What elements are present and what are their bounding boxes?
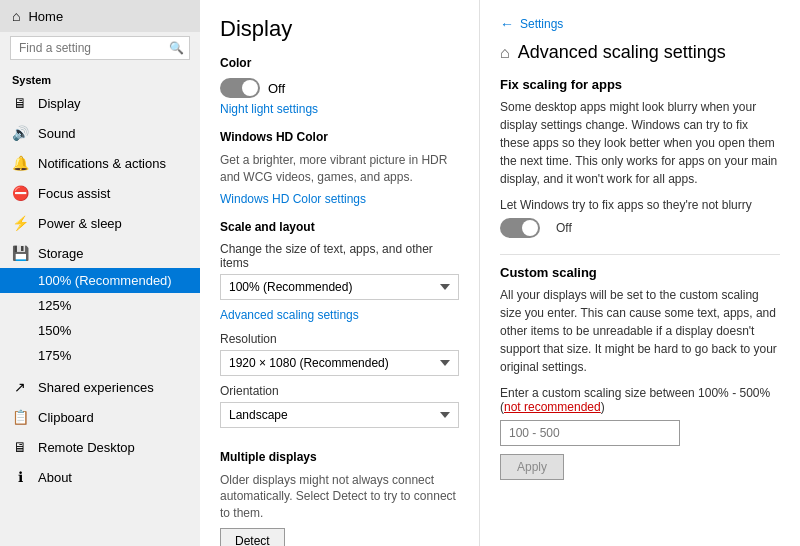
resolution-dropdown[interactable]: 1920 × 1080 (Recommended)	[220, 350, 459, 376]
night-light-state: Off	[268, 81, 285, 96]
sidebar-item-clipboard[interactable]: 📋 Clipboard	[0, 402, 200, 432]
sidebar-home-label: Home	[28, 9, 63, 24]
sidebar-item-display[interactable]: 🖥 Display	[0, 88, 200, 118]
back-label: Settings	[520, 17, 563, 31]
custom-scaling-title: Custom scaling	[500, 265, 780, 280]
shared-icon: ↗	[12, 379, 28, 395]
multiple-desc: Older displays might not always connect …	[220, 472, 459, 522]
sidebar-item-notifications[interactable]: 🔔 Notifications & actions	[0, 148, 200, 178]
system-label: System	[0, 68, 200, 88]
display-icon: 🖥	[12, 95, 28, 111]
scale-layout-title: Scale and layout	[220, 220, 459, 234]
resolution-label: Resolution	[220, 332, 459, 346]
sidebar-remote-label: Remote Desktop	[38, 440, 135, 455]
fix-toggle-state: Off	[556, 221, 572, 235]
notifications-icon: 🔔	[12, 155, 28, 171]
scale-desc: Change the size of text, apps, and other…	[220, 242, 459, 270]
apply-button[interactable]: Apply	[500, 454, 564, 480]
about-icon: ℹ	[12, 469, 28, 485]
sidebar-home[interactable]: ⌂ Home	[0, 0, 200, 32]
storage-icon: 💾	[12, 245, 28, 261]
orientation-dropdown[interactable]: Landscape	[220, 402, 459, 428]
page-title: Display	[220, 16, 459, 42]
night-light-row: Off	[220, 78, 459, 98]
sidebar: ⌂ Home 🔍 System 🖥 Display 🔊 Sound 🔔 Noti…	[0, 0, 200, 546]
sidebar-scale-175[interactable]: 175%	[0, 343, 200, 368]
fix-toggle-knob	[522, 220, 538, 236]
toggle-knob	[242, 80, 258, 96]
sidebar-sound-label: Sound	[38, 126, 76, 141]
advanced-scaling-link[interactable]: Advanced scaling settings	[220, 308, 459, 322]
custom-input-label: Enter a custom scaling size between 100%…	[500, 386, 780, 414]
color-section-title: Color	[220, 56, 459, 70]
right-panel-title: ⌂ Advanced scaling settings	[500, 42, 780, 63]
middle-panel: Display Color Off Night light settings W…	[200, 0, 480, 546]
search-box: 🔍	[10, 36, 190, 60]
home-icon: ⌂	[12, 8, 20, 24]
remote-icon: 🖥	[12, 439, 28, 455]
sound-icon: 🔊	[12, 125, 28, 141]
back-link[interactable]: ← Settings	[500, 16, 780, 32]
orientation-label: Orientation	[220, 384, 459, 398]
sidebar-notifications-label: Notifications & actions	[38, 156, 166, 171]
night-light-link[interactable]: Night light settings	[220, 102, 459, 116]
fix-scaling-title: Fix scaling for apps	[500, 77, 780, 92]
sidebar-power-label: Power & sleep	[38, 216, 122, 231]
night-light-toggle[interactable]	[220, 78, 260, 98]
hd-color-desc: Get a brighter, more vibrant picture in …	[220, 152, 459, 186]
sidebar-focus-label: Focus assist	[38, 186, 110, 201]
power-icon: ⚡	[12, 215, 28, 231]
scale-dropdown[interactable]: 100% (Recommended) 125% 150% 175%	[220, 274, 459, 300]
sidebar-scale-100[interactable]: 100% (Recommended)	[0, 268, 200, 293]
right-panel: ← Settings ⌂ Advanced scaling settings F…	[480, 0, 800, 546]
sidebar-item-power[interactable]: ⚡ Power & sleep	[0, 208, 200, 238]
scaling-input[interactable]	[500, 420, 680, 446]
fix-toggle-row: Off	[500, 218, 780, 238]
fix-apps-toggle[interactable]	[500, 218, 540, 238]
sidebar-display-label: Display	[38, 96, 81, 111]
sidebar-shared-label: Shared experiences	[38, 380, 154, 395]
back-arrow-icon: ←	[500, 16, 514, 32]
hd-color-link[interactable]: Windows HD Color settings	[220, 192, 459, 206]
divider	[500, 254, 780, 255]
hd-color-title: Windows HD Color	[220, 130, 459, 144]
sidebar-clipboard-label: Clipboard	[38, 410, 94, 425]
sidebar-scale-125[interactable]: 125%	[0, 293, 200, 318]
fix-scaling-desc: Some desktop apps might look blurry when…	[500, 98, 780, 188]
home-small-icon: ⌂	[500, 44, 510, 62]
sidebar-item-storage[interactable]: 💾 Storage	[0, 238, 200, 268]
sidebar-storage-label: Storage	[38, 246, 84, 261]
sidebar-item-focus[interactable]: ⛔ Focus assist	[0, 178, 200, 208]
sidebar-about-label: About	[38, 470, 72, 485]
clipboard-icon: 📋	[12, 409, 28, 425]
search-input[interactable]	[19, 41, 169, 55]
search-icon: 🔍	[169, 41, 184, 55]
sidebar-item-sound[interactable]: 🔊 Sound	[0, 118, 200, 148]
custom-scaling-desc: All your displays will be set to the cus…	[500, 286, 780, 376]
detect-button[interactable]: Detect	[220, 528, 285, 546]
focus-icon: ⛔	[12, 185, 28, 201]
fix-toggle-label: Let Windows try to fix apps so they're n…	[500, 198, 780, 212]
sidebar-item-shared[interactable]: ↗ Shared experiences	[0, 372, 200, 402]
sidebar-item-remote[interactable]: 🖥 Remote Desktop	[0, 432, 200, 462]
sidebar-item-about[interactable]: ℹ About	[0, 462, 200, 492]
sidebar-scale-150[interactable]: 150%	[0, 318, 200, 343]
multiple-displays-title: Multiple displays	[220, 450, 459, 464]
